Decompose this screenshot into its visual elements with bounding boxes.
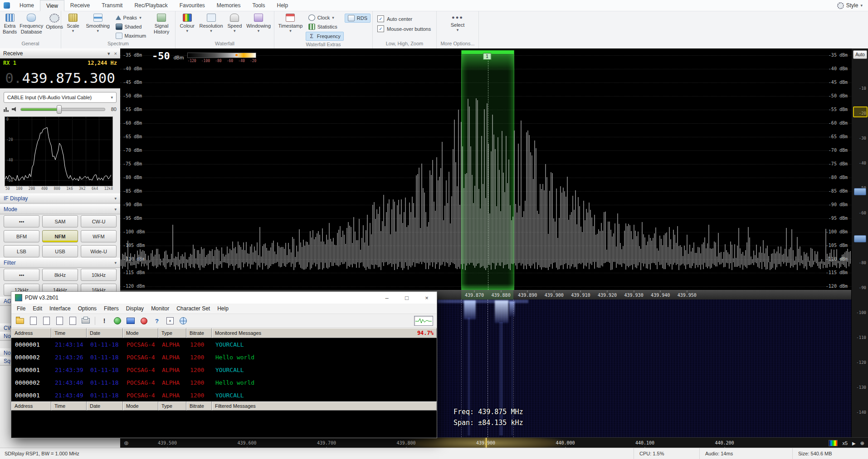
mode-button-wide-u[interactable]: Wide-U	[81, 245, 117, 257]
mode-button-cw-u[interactable]: CW-U	[81, 215, 117, 227]
level-handle[interactable]	[854, 188, 866, 195]
display-button[interactable]	[126, 316, 136, 326]
panel-close-icon[interactable]: ×	[114, 51, 117, 57]
mode-button-dots[interactable]: •••	[4, 215, 39, 227]
section-filter[interactable]: Filter ▾	[0, 258, 120, 268]
level-handle[interactable]	[854, 235, 866, 242]
column-header-time[interactable]: Time	[51, 401, 87, 411]
panel-collapse-icon[interactable]: ▾	[107, 51, 110, 57]
maximize-button[interactable]: □	[397, 292, 417, 304]
print-button[interactable]	[81, 316, 91, 326]
copy-button[interactable]	[41, 316, 51, 326]
record-button[interactable]	[139, 316, 149, 326]
app-menu-button[interactable]	[0, 0, 14, 11]
column-header-date[interactable]: Date	[87, 328, 123, 338]
section-mode[interactable]: Mode ▾	[0, 204, 120, 214]
mode-button-bfm[interactable]: BFM	[4, 230, 39, 242]
auto-center-checkbox[interactable]: ✓ Auto center	[377, 14, 412, 23]
statistics-button[interactable]: Statistics	[306, 23, 344, 31]
column-header-type[interactable]: Type	[158, 328, 186, 338]
column-header-mode[interactable]: Mode	[123, 401, 158, 411]
paste-button[interactable]	[54, 316, 64, 326]
web-button[interactable]	[178, 316, 188, 326]
speed-button[interactable]: Speed ▾	[225, 12, 244, 40]
menu-character-set[interactable]: Character Set	[173, 305, 214, 312]
tab-view[interactable]: View	[40, 0, 64, 11]
menu-edit[interactable]: Edit	[29, 305, 46, 312]
select-button[interactable]: ●●● Select ▾	[446, 12, 469, 40]
tab-receive[interactable]: Receive	[64, 0, 96, 11]
filter-toggle-button[interactable]: ×	[165, 316, 175, 326]
help-button[interactable]: ?	[152, 316, 162, 326]
mode-button-sam[interactable]: SAM	[42, 215, 78, 227]
minimize-button[interactable]: –	[377, 292, 397, 304]
mode-button-usb[interactable]: USB	[42, 245, 78, 257]
mode-button-wfm[interactable]: WFM	[81, 230, 117, 242]
column-header-address[interactable]: Address	[11, 328, 51, 338]
frequency-display[interactable]: 0.439.875.300	[0, 68, 120, 88]
windowing-button[interactable]: Windowing ▾	[245, 12, 272, 40]
mode-button-nfm[interactable]: NFM	[42, 230, 78, 242]
peaks-button[interactable]: Peaks ▾	[113, 14, 149, 22]
filter-button-dots[interactable]: •••	[4, 269, 39, 281]
volume-slider-handle[interactable]	[57, 105, 62, 114]
message-row[interactable]: 000000221:43:2601-11-18POCSAG-4ALPHA1200…	[11, 351, 437, 363]
frequency-database-button[interactable]: Frequency Database	[19, 12, 44, 40]
colour-button[interactable]: Colour ▾	[177, 12, 197, 40]
column-header-date[interactable]: Date	[87, 401, 123, 411]
menu-filters[interactable]: Filters	[100, 305, 122, 312]
open-button[interactable]	[15, 316, 25, 326]
spectrum-display[interactable]: 1 -50 dBm -120-100-80-60-40-20 -35 dBm-3…	[120, 48, 851, 290]
menu-display[interactable]: Display	[122, 305, 147, 312]
tab-memories[interactable]: Memories	[211, 0, 247, 11]
menu-interface[interactable]: Interface	[46, 305, 74, 312]
pdw-titlebar[interactable]: PDW v3.2b01 – □ ×	[11, 292, 437, 304]
column-header-type[interactable]: Type	[158, 401, 186, 411]
column-header-monitored-messages[interactable]: Monitored Messages94.7%	[212, 328, 437, 338]
menu-options[interactable]: Options	[74, 305, 100, 312]
menu-monitor[interactable]: Monitor	[147, 305, 173, 312]
clock-button[interactable]: Clock ▾	[306, 14, 344, 22]
equalizer-icon[interactable]	[4, 106, 9, 112]
section-if-display[interactable]: IF Display ▾	[0, 193, 120, 203]
timestamp-button[interactable]: Timestamp ▾	[276, 12, 305, 41]
level-handle-top[interactable]	[853, 106, 868, 117]
smoothing-button[interactable]: Smoothing ▾	[84, 12, 112, 40]
extra-bands-button[interactable]: Extra Bands	[2, 12, 18, 40]
frequency-button[interactable]: Σ Frequency	[306, 32, 344, 41]
speaker-icon[interactable]	[12, 107, 17, 112]
zoom-icon[interactable]: ⊕	[124, 440, 129, 446]
scale-button[interactable]: Scale ▾	[63, 12, 83, 40]
mode-button-lsb[interactable]: LSB	[4, 245, 39, 257]
start-monitor-button[interactable]	[112, 316, 122, 326]
message-row[interactable]: 000000121:43:4901-11-18POCSAG-4ALPHA1200…	[11, 389, 437, 401]
receive-panel-header[interactable]: Receive ▾ ×	[0, 48, 120, 59]
message-row[interactable]: 000000121:43:1401-11-18POCSAG-4ALPHA1200…	[11, 338, 437, 351]
tab-favourites[interactable]: Favourites	[174, 0, 211, 11]
filter-button-10khz[interactable]: 10kHz	[81, 269, 117, 281]
pdw-window[interactable]: PDW v3.2b01 – □ × FileEditInterfaceOptio…	[11, 291, 437, 438]
save-button[interactable]	[68, 316, 78, 326]
style-selector[interactable]: Style ▾	[837, 0, 868, 11]
level-range-strip[interactable]: Auto -10-20-30-40-50-60-70-80-90-100-110…	[851, 48, 868, 437]
audio-device-select[interactable]: CABLE Input (VB-Audio Virtual Cable) ▾	[4, 92, 117, 103]
tab-transmit[interactable]: Transmit	[96, 0, 128, 11]
rds-button[interactable]: RDS	[345, 14, 371, 23]
column-header-filtered-messages[interactable]: Filtered Messages	[212, 401, 437, 411]
column-header-bitrate[interactable]: Bitrate	[186, 401, 212, 411]
menu-file[interactable]: File	[13, 305, 29, 312]
tab-tools[interactable]: Tools	[247, 0, 271, 11]
palette-bar[interactable]	[187, 53, 256, 58]
zoom-factor[interactable]: x5	[842, 440, 848, 446]
play-icon[interactable]: ▶	[852, 441, 856, 446]
channel-marker[interactable]: 1	[483, 53, 491, 60]
column-header-address[interactable]: Address	[11, 401, 51, 411]
message-row[interactable]: 000000221:43:4001-11-18POCSAG-4ALPHA1200…	[11, 376, 437, 389]
filter-button-8khz[interactable]: 8kHz	[42, 269, 78, 281]
menu-help[interactable]: Help	[214, 305, 232, 312]
close-button[interactable]: ×	[417, 292, 437, 304]
resolution-button[interactable]: Resolution ▾	[198, 12, 224, 40]
message-row[interactable]: 000000121:43:3901-11-18POCSAG-4ALPHA1200…	[11, 363, 437, 376]
tab-help[interactable]: Help	[271, 0, 294, 11]
tab-rec-playback[interactable]: Rec/Playback	[128, 0, 173, 11]
